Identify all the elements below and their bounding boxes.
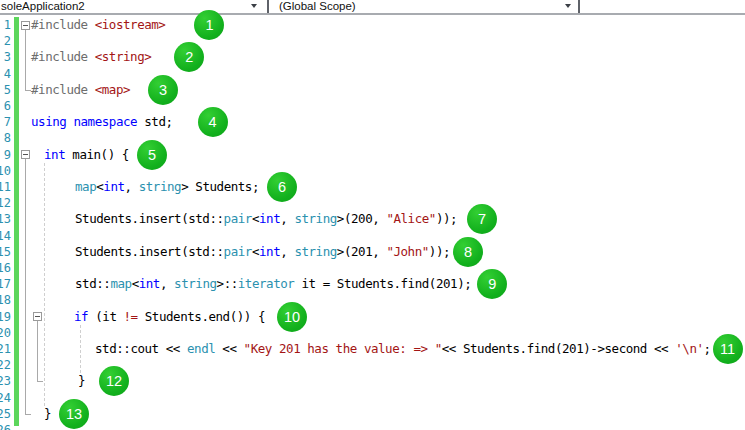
code-token: <string>	[95, 49, 152, 64]
line-number: 16	[0, 260, 11, 276]
code-line[interactable]: 15Students.insert(std::pair<int, string>…	[0, 244, 745, 261]
line-number: 8	[0, 130, 11, 146]
code-token: #include	[31, 49, 95, 64]
code-line[interactable]: 19if (it != Students.end()) {10	[0, 309, 745, 326]
code-token: ));	[429, 244, 450, 259]
scope-dropdown-label: (Global Scope)	[279, 0, 356, 13]
code-token: >(200,	[337, 211, 387, 226]
code-line[interactable]: 24	[0, 390, 745, 407]
code-token: <iostream>	[95, 17, 166, 32]
code-token: Students.insert(std::	[75, 211, 224, 226]
fold-collapse-toggle-icon[interactable]	[33, 312, 42, 321]
code-token: ;	[704, 341, 711, 356]
code-line[interactable]: 3#include <string>2	[0, 49, 745, 66]
code-token: int	[139, 276, 160, 291]
code-line[interactable]: 16	[0, 260, 745, 277]
code-line[interactable]: 20	[0, 325, 745, 342]
code-line[interactable]: 26	[0, 422, 745, 430]
line-number: 18	[0, 292, 11, 308]
code-token: string	[294, 211, 336, 226]
code-line[interactable]: 10	[0, 163, 745, 180]
member-dropdown[interactable]	[580, 0, 745, 13]
project-dropdown[interactable]: soleApplication2	[0, 0, 267, 13]
fold-bracket	[25, 30, 26, 90]
code-line[interactable]: 17std::map<int, string>::iterator it = S…	[0, 276, 745, 293]
code-line[interactable]: 11map<int, string> Students;6	[0, 179, 745, 196]
code-token: "Key 201 has the value: => "	[244, 341, 442, 356]
code-line[interactable]: 18	[0, 292, 745, 309]
line-number: 19	[0, 309, 11, 325]
code-token: int	[44, 147, 65, 162]
line-number: 26	[0, 422, 11, 430]
line-number: 7	[0, 114, 11, 130]
code-line[interactable]: 13Students.insert(std::pair<int, string>…	[0, 211, 745, 228]
code-token: std;	[137, 114, 172, 129]
line-number: 15	[0, 244, 11, 260]
chevron-down-icon	[251, 4, 257, 8]
code-token: #include	[31, 82, 95, 97]
line-number: 13	[0, 211, 11, 227]
code-token: string	[294, 244, 336, 259]
line-number: 1	[0, 17, 11, 33]
code-line[interactable]: 8	[0, 130, 745, 147]
code-token: (it	[88, 309, 123, 324]
code-token: using	[31, 114, 66, 129]
code-line[interactable]: 23}12	[0, 373, 745, 390]
code-line[interactable]: 2	[0, 33, 745, 50]
line-number: 22	[0, 357, 11, 373]
code-token: >::	[217, 276, 238, 291]
code-line[interactable]: 1#include <iostream>1	[0, 17, 745, 34]
code-line[interactable]: 5#include <map>3	[0, 82, 745, 99]
indent-guide	[80, 325, 81, 374]
code-editor[interactable]: 1#include <iostream>123#include <string>…	[0, 15, 745, 430]
code-token: ));	[436, 211, 457, 226]
fold-bracket-end	[25, 414, 31, 415]
fold-collapse-toggle-icon[interactable]	[21, 150, 30, 159]
code-token: ,	[160, 276, 174, 291]
line-number: 25	[0, 406, 11, 422]
code-token: <	[252, 211, 259, 226]
code-token: #include	[31, 17, 95, 32]
code-line[interactable]: 4	[0, 66, 745, 83]
code-token: if	[74, 309, 88, 324]
line-number: 21	[0, 341, 11, 357]
code-token: string	[174, 276, 216, 291]
code-token: <	[132, 276, 139, 291]
code-line[interactable]: 7using namespace std;4	[0, 114, 745, 131]
code-token: std::cout <<	[95, 341, 187, 356]
indent-guide	[44, 163, 45, 406]
code-line[interactable]: 9int main() {5	[0, 147, 745, 164]
fold-collapse-toggle-icon[interactable]	[21, 21, 30, 30]
code-line[interactable]: 12	[0, 195, 745, 212]
code-line[interactable]: 25}13	[0, 406, 745, 423]
code-token: <<	[215, 341, 243, 356]
code-token: pair	[224, 244, 252, 259]
code-token: int	[259, 211, 280, 226]
code-line[interactable]: 14	[0, 228, 745, 245]
code-token: endl	[187, 341, 215, 356]
code-token: it = Students.find(201);	[294, 276, 471, 291]
code-token: "John"	[386, 244, 428, 259]
line-number: 9	[0, 147, 11, 163]
code-token: <map>	[95, 82, 130, 97]
line-number: 23	[0, 373, 11, 389]
line-number: 24	[0, 390, 11, 406]
project-dropdown-label: soleApplication2	[1, 0, 85, 13]
code-token: <	[252, 244, 259, 259]
fold-bracket	[25, 159, 26, 414]
code-token: Students.insert(std::	[75, 244, 224, 259]
line-number: 5	[0, 82, 11, 98]
code-token: '\n'	[675, 341, 703, 356]
code-token: > Students;	[181, 179, 259, 194]
fold-bracket	[37, 321, 38, 381]
code-token: !=	[124, 309, 138, 324]
code-token: namespace	[73, 114, 137, 129]
line-number: 10	[0, 163, 11, 179]
code-line[interactable]: 6	[0, 98, 745, 115]
code-token: main() {	[65, 147, 129, 162]
code-token: int	[259, 244, 280, 259]
code-token: }	[78, 373, 85, 388]
scope-dropdown[interactable]: (Global Scope)	[269, 0, 578, 13]
code-line[interactable]: 21std::cout << endl << "Key 201 has the …	[0, 341, 745, 358]
fold-bracket-end	[37, 381, 43, 382]
